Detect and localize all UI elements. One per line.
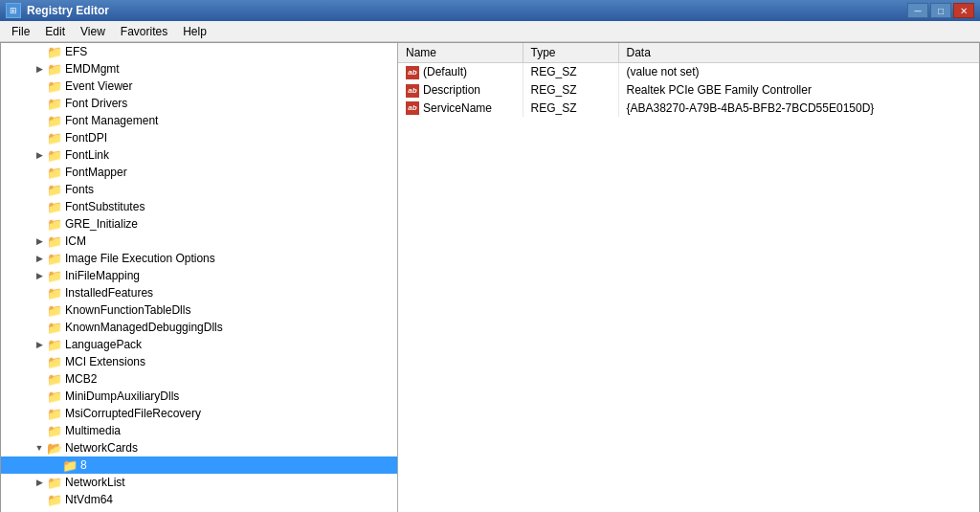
expander-knownmanageddebuggingdlls — [32, 320, 47, 335]
col-name[interactable]: Name — [398, 43, 523, 63]
menu-file[interactable]: File — [4, 23, 37, 40]
expander-icm[interactable]: ▶ — [32, 234, 47, 249]
expander-inifilemapping[interactable]: ▶ — [32, 268, 47, 283]
folder-icon-inifilemapping: 📁 — [47, 269, 62, 283]
expander-knownfunctiontabledlls — [32, 302, 47, 318]
folder-icon-fontlink: 📁 — [47, 148, 62, 163]
expander-fontsubstitutes — [32, 199, 47, 214]
folder-icon-mcb2: 📁 — [47, 372, 62, 387]
tree-item-ntvdm64[interactable]: 📁 NtVdm64 — [1, 491, 397, 508]
folder-icon-networklist: 📁 — [47, 476, 62, 490]
folder-icon-knownfunctiontabledlls: 📁 — [47, 303, 62, 318]
menu-view[interactable]: View — [73, 23, 113, 40]
cell-data: Realtek PCIe GBE Family Controller — [618, 81, 979, 100]
expander-installedfeatures — [32, 285, 47, 301]
cell-data: (value not set) — [618, 63, 979, 81]
tree-item-greinitialize[interactable]: 📁 GRE_Initialize — [1, 215, 397, 233]
tree-item-imagefileexecution[interactable]: ▶ 📁 Image File Execution Options — [1, 250, 397, 267]
cell-name: abDescription — [398, 81, 523, 100]
tree-item-mciextensions[interactable]: 📁 MCI Extensions — [1, 353, 397, 370]
tree-panel[interactable]: 📁 EFS ▶ 📁 EMDMgmt 📁 Event Viewer 📁 Font … — [1, 43, 398, 512]
menu-favorites[interactable]: Favorites — [113, 23, 175, 40]
tree-item-fontsubstitutes[interactable]: 📁 FontSubstitutes — [1, 198, 397, 215]
col-type[interactable]: Type — [523, 43, 618, 63]
expander-imagefileexecution[interactable]: ▶ — [32, 251, 47, 266]
folder-icon-fontmapper: 📁 — [47, 166, 62, 180]
folder-icon-efs: 📁 — [47, 45, 62, 59]
folder-icon-fontdpi: 📁 — [47, 131, 62, 145]
tree-item-fontmapper[interactable]: 📁 FontMapper — [1, 164, 397, 181]
tree-label-imagefileexecution: Image File Execution Options — [65, 252, 215, 265]
tree-item-knownmanageddebuggingdlls[interactable]: 📁 KnownManagedDebuggingDlls — [1, 319, 397, 336]
tree-label-networklist: NetworkList — [65, 476, 125, 489]
tree-item-networkcards[interactable]: ▼ 📂 NetworkCards — [1, 439, 397, 456]
tree-item-efs[interactable]: 📁 EFS — [1, 43, 397, 60]
col-data[interactable]: Data — [618, 43, 979, 63]
minimize-button[interactable]: ─ — [907, 3, 928, 18]
tree-item-networklist[interactable]: ▶ 📁 NetworkList — [1, 474, 397, 491]
menu-edit[interactable]: Edit — [37, 23, 73, 40]
tree-label-minidumpauxiliarydlls: MiniDumpAuxiliaryDlls — [65, 390, 179, 403]
folder-icon-networkcards-8: 📁 — [62, 458, 78, 473]
expander-networklist[interactable]: ▶ — [32, 475, 47, 490]
folder-icon-languagepack: 📁 — [47, 338, 62, 352]
expander-fontmanagement — [32, 113, 47, 128]
expander-multimedia — [32, 423, 47, 438]
expander-eventviewer — [32, 78, 47, 94]
tree-label-mciextensions: MCI Extensions — [65, 355, 145, 368]
expander-networkcards[interactable]: ▼ — [32, 440, 47, 456]
tree-item-emdmgmt[interactable]: ▶ 📁 EMDMgmt — [1, 60, 397, 78]
restore-button[interactable]: □ — [930, 3, 951, 18]
folder-icon-greinitialize: 📁 — [47, 217, 62, 232]
folder-icon-installedfeatures: 📁 — [47, 286, 62, 301]
tree-item-mcb2[interactable]: 📁 MCB2 — [1, 370, 397, 388]
tree-item-languagepack[interactable]: ▶ 📁 LanguagePack — [1, 336, 397, 353]
cell-name: ab(Default) — [398, 63, 523, 81]
menu-bar: File Edit View Favorites Help — [0, 21, 980, 42]
folder-icon-imagefileexecution: 📁 — [47, 252, 62, 266]
tree-label-networkcards: NetworkCards — [65, 441, 138, 455]
tree-label-languagepack: LanguagePack — [65, 338, 142, 351]
tree-label-knownfunctiontabledlls: KnownFunctionTableDlls — [65, 303, 190, 317]
tree-label-emdmgmt: EMDMgmt — [65, 62, 120, 76]
expander-fontlink[interactable]: ▶ — [32, 147, 47, 163]
tree-item-installedfeatures[interactable]: 📁 InstalledFeatures — [1, 284, 397, 301]
tree-item-msicorruptedfilerecovery[interactable]: 📁 MsiCorruptedFileRecovery — [1, 405, 397, 422]
reg-icon: ab — [406, 66, 419, 79]
tree-item-icm[interactable]: ▶ 📁 ICM — [1, 233, 397, 250]
title-bar: ⊞ Registry Editor ─ □ ✕ — [0, 0, 980, 21]
tree-item-fontdrivers[interactable]: 📁 Font Drivers — [1, 95, 397, 112]
tree-item-minidumpauxiliarydlls[interactable]: 📁 MiniDumpAuxiliaryDlls — [1, 388, 397, 405]
tree-label-eventviewer: Event Viewer — [65, 79, 132, 93]
expander-fontdrivers — [32, 96, 47, 111]
table-row[interactable]: abServiceNameREG_SZ{ABA38270-A79B-4BA5-B… — [398, 100, 979, 118]
tree-item-multimedia[interactable]: 📁 Multimedia — [1, 422, 397, 439]
table-row[interactable]: abDescriptionREG_SZRealtek PCIe GBE Fami… — [398, 81, 979, 100]
folder-icon-icm: 📁 — [47, 234, 62, 249]
close-button[interactable]: ✕ — [953, 3, 974, 18]
tree-item-inifilemapping[interactable]: ▶ 📁 IniFileMapping — [1, 267, 397, 284]
tree-item-knownfunctiontabledlls[interactable]: 📁 KnownFunctionTableDlls — [1, 301, 397, 319]
menu-help[interactable]: Help — [175, 23, 214, 40]
folder-icon-multimedia: 📁 — [47, 424, 62, 438]
table-row[interactable]: ab(Default)REG_SZ(value not set) — [398, 63, 979, 81]
content-area: 📁 EFS ▶ 📁 EMDMgmt 📁 Event Viewer 📁 Font … — [0, 42, 980, 512]
tree-item-fontlink[interactable]: ▶ 📁 FontLink — [1, 146, 397, 164]
reg-icon: ab — [406, 101, 419, 115]
expander-emdmgmt[interactable]: ▶ — [32, 61, 47, 77]
cell-data: {ABA38270-A79B-4BA5-BFB2-7BCD55E0150D} — [618, 100, 979, 118]
tree-item-networkcards-8[interactable]: 📁 8 — [1, 456, 397, 474]
tree-item-fonts[interactable]: 📁 Fonts — [1, 181, 397, 198]
tree-item-fontdpi[interactable]: 📁 FontDPI — [1, 129, 397, 146]
folder-icon-fontmanagement: 📁 — [47, 114, 62, 128]
folder-icon-networkcards: 📂 — [47, 441, 62, 456]
tree-item-fontmanagement[interactable]: 📁 Font Management — [1, 112, 397, 129]
tree-item-eventviewer[interactable]: 📁 Event Viewer — [1, 78, 397, 95]
registry-table: Name Type Data ab(Default)REG_SZ(value n… — [398, 43, 979, 117]
tree-item-nvcache[interactable]: 📁 NvCache — [1, 508, 397, 512]
tree-label-greinitialize: GRE_Initialize — [65, 217, 138, 231]
tree-label-fontdrivers: Font Drivers — [65, 97, 127, 110]
expander-ntvdm64 — [32, 492, 47, 507]
folder-icon-msicorruptedfilerecovery: 📁 — [47, 407, 62, 421]
expander-languagepack[interactable]: ▶ — [32, 337, 47, 352]
